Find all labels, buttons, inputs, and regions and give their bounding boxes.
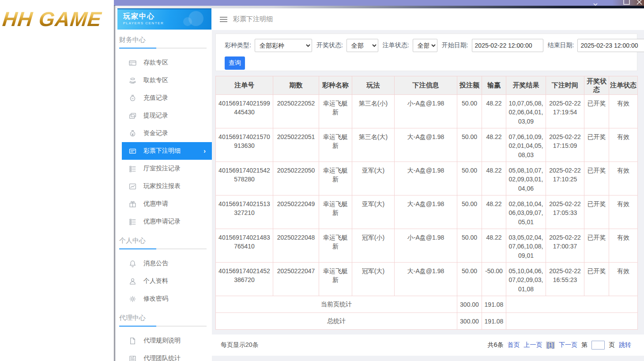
page-size-text: 每页显示20条 xyxy=(221,341,259,349)
table-row: 40156917402159944543020250222052幸运飞艇新第三名… xyxy=(216,95,638,128)
table-cell: 第三名(大) xyxy=(352,128,395,162)
funds-bag-icon xyxy=(129,130,136,137)
sidebar-item-提现记录[interactable]: 提现记录 xyxy=(116,107,212,124)
table-cell: 50.00 xyxy=(457,128,482,162)
table-cell: 有效 xyxy=(609,95,638,128)
table-cell: 48.22 xyxy=(482,95,506,128)
player-center-window: 玩家中心 PLAYERS CENTER 财务中心存款专区取款专区充值记录提现记录… xyxy=(114,0,644,361)
sidebar-title: 玩家中心 xyxy=(123,12,211,21)
table-cell: 已开奖 xyxy=(584,196,609,229)
table-cell: 401569174021513327210 xyxy=(216,196,273,229)
column-header: 下注信息 xyxy=(395,76,457,95)
table-cell: 已开奖 xyxy=(584,95,609,128)
sidebar-item-玩家投注报表[interactable]: 玩家投注报表 xyxy=(116,177,212,195)
summary-bet-total: 300.00 xyxy=(457,296,482,313)
table-row: 40156917402145238672020250222047幸运飞艇新冠军(… xyxy=(216,263,638,296)
sidebar-item-label: 玩家投注报表 xyxy=(143,182,181,190)
table-cell: 50.00 xyxy=(457,162,482,196)
table-cell: 已开奖 xyxy=(584,229,609,263)
search-button[interactable]: 查询 xyxy=(225,56,245,70)
sidebar-item-存款专区[interactable]: 存款专区 xyxy=(116,54,212,71)
table-cell: 10,07,05,08,02,06,04,01,03,09 xyxy=(506,95,546,128)
maximize-icon[interactable] xyxy=(623,0,630,6)
background-page: HH GAME xyxy=(0,0,114,361)
table-cell: 已开奖 xyxy=(584,128,609,162)
next-page-link[interactable]: 下一页 xyxy=(559,341,577,349)
screen: HH GAME 玩家中心 PLAYERS CENTER 财务中心存款专区取款专区… xyxy=(0,0,644,361)
bets-table: 注单号期数彩种名称玩法下注信息投注额输赢开奖结果下注时间开奖状态注单状态 401… xyxy=(215,76,638,330)
total-count-text: 共6条 xyxy=(488,341,504,349)
draw-status-select[interactable]: 全部 xyxy=(346,39,378,52)
table-row: 40156917402154257828020250222050幸运飞艇新亚军(… xyxy=(216,162,638,196)
hh-game-logo: HH GAME xyxy=(1,7,103,31)
sidebar-section-title: 代理中心 xyxy=(119,314,207,322)
table-cell: 50.00 xyxy=(457,229,482,263)
current-page-indicator: [1] xyxy=(546,342,555,349)
list-record-icon xyxy=(129,218,136,226)
moneybag-icon xyxy=(129,94,136,102)
table-cell: 有效 xyxy=(609,196,638,229)
sidebar-item-彩票下注明细[interactable]: 彩票下注明细› xyxy=(122,142,212,160)
pagination-bar: 每页显示20条 共6条 首页 上一页 [1] 下一页 第 页 跳转 xyxy=(212,335,644,356)
table-cell: 有效 xyxy=(609,162,638,196)
column-header: 输赢 xyxy=(482,76,506,95)
lottery-type-select[interactable]: 全部彩种 xyxy=(255,39,312,52)
jump-page-input[interactable] xyxy=(591,341,605,350)
column-header: 开奖结果 xyxy=(506,76,546,95)
summary-win-total: 191.08 xyxy=(482,313,506,330)
sidebar-nav: 财务中心存款专区取款专区充值记录提现记录资金记录彩票下注明细›厅室投注记录玩家投… xyxy=(116,36,212,361)
sidebar-item-修改密码[interactable]: 修改密码 xyxy=(116,290,212,308)
table-cell: 幸运飞艇新 xyxy=(319,229,352,263)
gift-icon xyxy=(129,200,136,208)
start-date-input[interactable] xyxy=(472,39,543,52)
sidebar-item-资金记录[interactable]: 资金记录 xyxy=(116,124,212,142)
sidebar-item-消息公告[interactable]: 消息公告 xyxy=(116,255,212,272)
window-left-shadow xyxy=(114,5,116,361)
bet-status-select[interactable]: 全部 xyxy=(413,39,437,52)
sidebar-item-代理团队统计[interactable]: 代理团队统计 xyxy=(116,350,212,361)
chevron-down-icon[interactable] xyxy=(593,0,598,6)
sidebar-item-厅室投注记录[interactable]: 厅室投注记录 xyxy=(116,160,212,177)
table-cell: 幸运飞艇新 xyxy=(319,95,352,128)
report-chart-icon xyxy=(129,183,136,190)
jump-suffix-label: 页 xyxy=(609,341,615,349)
sidebar-item-优惠申请[interactable]: 优惠申请 xyxy=(116,195,212,213)
table-cell: 2025-02-22 17:15:09 xyxy=(546,128,584,162)
column-header: 彩种名称 xyxy=(319,76,352,95)
sidebar-item-代理规则说明[interactable]: 代理规则说明 xyxy=(116,332,212,350)
table-cell: 48.22 xyxy=(482,128,506,162)
sidebar-item-label: 充值记录 xyxy=(143,94,168,102)
close-icon[interactable] xyxy=(636,0,642,6)
table-cell: 50.00 xyxy=(457,95,482,128)
end-date-input[interactable] xyxy=(577,39,644,52)
table-cell: 第三名(小) xyxy=(352,95,395,128)
sidebar-item-label: 修改密码 xyxy=(143,295,168,303)
sidebar-item-优惠申请记录[interactable]: 优惠申请记录 xyxy=(116,213,212,230)
window-titlebar xyxy=(114,0,644,6)
sidebar-item-个人资料[interactable]: 个人资料 xyxy=(116,272,212,290)
doc-icon xyxy=(129,337,136,345)
section-underline xyxy=(119,248,207,249)
sidebar-item-label: 资金记录 xyxy=(143,129,168,137)
table-cell: 50.00 xyxy=(457,263,482,296)
table-cell: 大-A盘@1.98 xyxy=(395,196,457,229)
table-cell: 小-A盘@1.98 xyxy=(395,229,457,263)
jump-button[interactable]: 跳转 xyxy=(619,341,631,349)
table-cell: 20250222050 xyxy=(273,162,319,196)
table-cell: 有效 xyxy=(609,128,638,162)
hamburger-menu-icon[interactable] xyxy=(220,17,227,22)
table-cell: 48.22 xyxy=(482,229,506,263)
table-cell: 05,10,04,06,07,02,09,03,01,08 xyxy=(506,263,546,296)
table-cell: 亚军(大) xyxy=(352,162,395,196)
filter-panel: 彩种类型: 全部彩种 开奖状态: 全部 注单状态: xyxy=(215,34,637,71)
table-cell: 小-A盘@1.98 xyxy=(395,95,457,128)
sidebar-item-充值记录[interactable]: 充值记录 xyxy=(116,89,212,107)
page-title: 彩票下注明细 xyxy=(233,15,273,23)
end-date-label: 结束日期: xyxy=(548,41,574,49)
sidebar-item-取款专区[interactable]: 取款专区 xyxy=(116,71,212,89)
prev-page-link[interactable]: 上一页 xyxy=(523,341,542,349)
table-cell: 20250222047 xyxy=(273,263,319,296)
summary-label: 当前页统计 xyxy=(216,296,457,313)
section-underline xyxy=(119,326,207,327)
first-page-link[interactable]: 首页 xyxy=(507,341,520,349)
